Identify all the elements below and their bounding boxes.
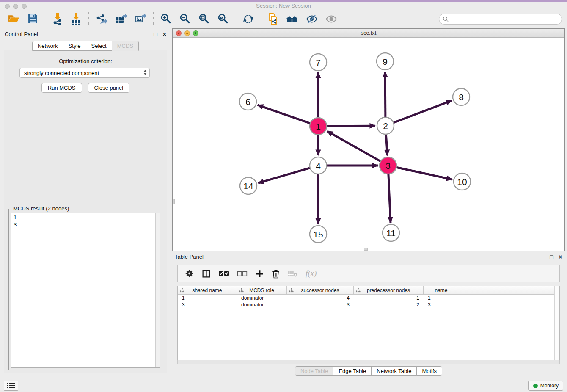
close-window-icon[interactable]	[5, 4, 10, 9]
hide-selected-button[interactable]	[302, 12, 322, 26]
toolbar-separator	[236, 12, 236, 26]
column-header-mcds-role[interactable]: MCDS role	[237, 286, 287, 295]
zoom-in-button[interactable]	[157, 11, 176, 26]
table-row[interactable]: 3dominator323	[178, 301, 559, 308]
close-panel-button[interactable]: Close panel	[88, 83, 130, 93]
graph-edge-2-3[interactable]	[386, 134, 387, 155]
table-cell[interactable]: 3	[178, 301, 237, 308]
export-table-button[interactable]	[111, 12, 131, 26]
network-close-icon[interactable]: ×	[176, 30, 182, 36]
graph-edge-3-11[interactable]	[388, 174, 391, 223]
memory-button[interactable]: Memory	[528, 381, 563, 391]
graph-edge-2-8[interactable]	[394, 101, 452, 123]
graph-node-9[interactable]: 9	[377, 53, 394, 70]
table-cell[interactable]: 2	[354, 301, 424, 308]
split-columns-button[interactable]	[199, 268, 214, 279]
table-cell[interactable]: 1	[424, 295, 459, 301]
graph-edge-3-10[interactable]	[396, 167, 452, 179]
trash-button[interactable]	[269, 268, 283, 280]
network-view-window: × − + scc.txt 7968124314101511	[172, 28, 565, 251]
table-hscroll-track[interactable]	[177, 360, 560, 364]
gear-button[interactable]	[182, 268, 197, 279]
table-row[interactable]: 1dominator411	[178, 295, 559, 301]
table-cell[interactable]: 1	[354, 295, 424, 301]
tab-node-table[interactable]: Node Table	[295, 366, 334, 376]
tab-edge-table[interactable]: Edge Table	[333, 366, 372, 376]
graph-node-1[interactable]: 1	[310, 118, 327, 135]
graph-node-3[interactable]: 3	[380, 157, 396, 174]
tab-mcds[interactable]: MCDS	[112, 41, 139, 51]
save-session-button[interactable]	[24, 12, 42, 26]
column-header-shared-name[interactable]: shared name	[178, 286, 237, 295]
float-table-panel-icon[interactable]: □	[549, 253, 554, 261]
float-panel-icon[interactable]: □	[153, 30, 158, 38]
export-image-button[interactable]	[131, 12, 150, 26]
column-header-successor-nodes[interactable]: successor nodes	[287, 286, 354, 295]
duplicate-network-button[interactable]	[264, 11, 282, 26]
graph-node-6[interactable]: 6	[239, 93, 256, 110]
network-minimize-icon[interactable]: −	[184, 30, 190, 36]
graph-edge-2-9[interactable]	[385, 72, 385, 117]
graph-node-15[interactable]: 15	[310, 226, 327, 243]
deselect-all-button[interactable]	[234, 269, 250, 278]
control-panel-header: Control Panel □ ×	[2, 30, 169, 39]
panel-divider-grip[interactable]	[173, 199, 175, 204]
graph-node-14[interactable]: 14	[240, 177, 257, 194]
import-table-button[interactable]	[67, 11, 85, 27]
close-table-panel-icon[interactable]: ×	[558, 253, 563, 261]
graph-edge-1-2[interactable]	[327, 126, 375, 126]
refresh-button[interactable]	[239, 12, 258, 26]
table-scrollbar[interactable]	[554, 286, 559, 360]
import-network-button[interactable]	[48, 11, 67, 27]
column-header-predecessor-nodes[interactable]: predecessor nodes	[354, 286, 424, 295]
maximize-window-icon[interactable]	[22, 4, 27, 9]
panel-divider-grip[interactable]	[364, 248, 368, 251]
column-type-icon	[289, 288, 294, 294]
close-panel-icon[interactable]: ×	[162, 30, 167, 38]
zoom-in-icon	[160, 13, 172, 25]
table-cell[interactable]: dominator	[237, 295, 287, 301]
show-hidden-button[interactable]	[322, 12, 341, 26]
add-button[interactable]	[252, 268, 267, 279]
task-history-button[interactable]	[4, 381, 18, 391]
tab-network[interactable]: Network	[32, 41, 63, 51]
network-maximize-icon[interactable]: +	[193, 30, 198, 36]
network-window-titlebar[interactable]: × − + scc.txt	[173, 29, 564, 38]
graph-node-2[interactable]: 2	[377, 117, 394, 134]
graph-node-10[interactable]: 10	[454, 173, 471, 190]
application-window: Session: New Session Control Panel □ × N…	[0, 0, 567, 392]
graph-node-7[interactable]: 7	[310, 54, 327, 71]
run-mcds-button[interactable]: Run MCDS	[41, 83, 82, 93]
table-cell[interactable]: 3	[287, 301, 354, 308]
zoom-selected-button[interactable]	[214, 11, 233, 26]
open-file-button[interactable]	[4, 12, 24, 26]
home-button[interactable]	[282, 12, 302, 26]
tab-style[interactable]: Style	[63, 41, 86, 51]
zoom-out-button[interactable]	[176, 11, 195, 26]
network-canvas[interactable]: 7968124314101511	[173, 38, 564, 251]
graph-node-11[interactable]: 11	[383, 224, 399, 241]
select-all-button[interactable]	[215, 269, 232, 278]
minimize-window-icon[interactable]	[13, 4, 18, 9]
graph-node-4[interactable]: 4	[310, 157, 327, 174]
tab-network-table[interactable]: Network Table	[371, 366, 417, 376]
column-header-name[interactable]: name	[424, 286, 459, 295]
table-cell[interactable]: 3	[424, 301, 459, 308]
table-cell[interactable]: dominator	[237, 301, 287, 308]
column-label: MCDS role	[249, 287, 274, 293]
mcds-result-text[interactable]: 1 3	[11, 213, 160, 368]
graph-node-8[interactable]: 8	[453, 88, 470, 105]
search-input[interactable]	[451, 16, 559, 22]
optimization-criterion-select[interactable]: strongly connected component	[19, 68, 150, 78]
graph-edge-3-1[interactable]	[327, 131, 381, 161]
table-cell[interactable]: 1	[178, 295, 237, 301]
tab-select[interactable]: Select	[86, 41, 112, 51]
graph-edge-1-6[interactable]	[258, 105, 310, 123]
export-network-button[interactable]	[92, 12, 111, 26]
search-box[interactable]	[439, 14, 562, 25]
graph-edge-4-14[interactable]	[258, 168, 310, 183]
tab-motifs[interactable]: Motifs	[416, 366, 442, 376]
table-cell[interactable]: 4	[287, 295, 354, 301]
zoom-fit-button[interactable]	[195, 11, 214, 26]
result-scrollbar[interactable]	[155, 213, 160, 367]
